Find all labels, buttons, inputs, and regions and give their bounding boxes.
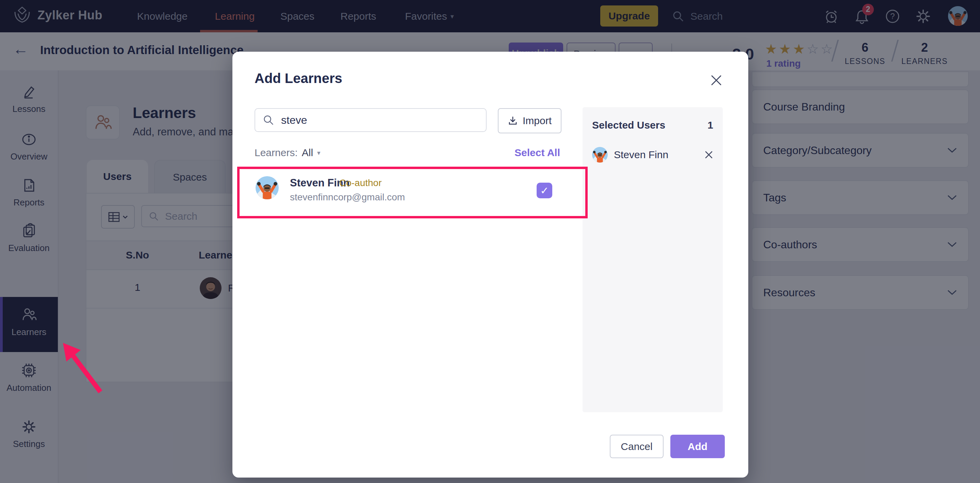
selected-users-header: Selected Users	[592, 119, 665, 131]
cancel-button[interactable]: Cancel	[610, 435, 663, 458]
download-icon	[508, 116, 518, 126]
screen: Zylker Hub Knowledge Learning Spaces Rep…	[0, 0, 980, 483]
modal-search[interactable]	[255, 108, 487, 132]
modal-title: Add Learners	[255, 71, 342, 86]
selected-users-panel: Selected Users 1 Steven Finn	[582, 107, 723, 412]
close-icon[interactable]	[710, 74, 722, 86]
add-button[interactable]: Add	[670, 435, 725, 458]
remove-icon[interactable]	[705, 150, 713, 159]
selected-user-avatar	[592, 147, 608, 163]
caret-down-icon: ▾	[317, 149, 321, 157]
modal-search-input[interactable]	[280, 114, 472, 127]
learners-filter-dropdown[interactable]: Learners: All ▾	[255, 147, 321, 159]
selected-user-name: Steven Finn	[614, 149, 698, 160]
selected-users-count: 1	[708, 119, 713, 131]
select-all-link[interactable]: Select All	[511, 147, 560, 159]
add-learners-modal: Add Learners Import Learners: All ▾ Sele…	[232, 52, 748, 478]
import-button[interactable]: Import	[498, 108, 562, 133]
search-icon	[263, 114, 274, 126]
selected-user-item: Steven Finn	[592, 145, 713, 164]
annotation-highlight-rect	[237, 167, 588, 218]
